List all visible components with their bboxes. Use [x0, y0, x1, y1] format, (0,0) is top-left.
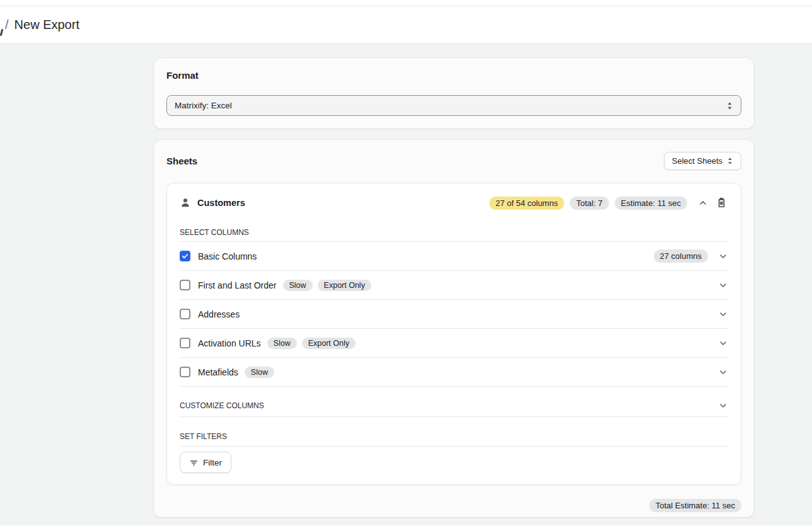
select-sheets-button[interactable]: Select Sheets: [664, 152, 741, 170]
column-group-row[interactable]: First and Last Order SlowExport Only: [180, 271, 728, 300]
chevron-down-icon[interactable]: [718, 251, 728, 261]
estimate-badge: Estimate: 11 sec: [615, 197, 687, 210]
chevron-down-icon: [718, 401, 728, 411]
checkbox[interactable]: [180, 280, 190, 290]
column-group-badges: SlowExport Only: [267, 338, 356, 349]
column-group-row[interactable]: Activation URLs SlowExport Only: [180, 329, 728, 358]
row-tag-badge: Export Only: [302, 338, 356, 349]
customize-columns-heading: CUSTOMIZE COLUMNS: [180, 401, 264, 410]
top-divider: [0, 0, 812, 6]
person-icon: [180, 197, 191, 209]
select-sheets-label: Select Sheets: [672, 156, 722, 166]
sheets-card-title: Sheets: [166, 156, 197, 166]
column-group-label: Basic Columns: [198, 251, 257, 261]
chevron-down-icon[interactable]: [718, 367, 728, 377]
column-group-label: Activation URLs: [198, 338, 261, 348]
checkbox[interactable]: [180, 338, 190, 348]
format-select[interactable]: Matrixify: Excel: [166, 95, 741, 116]
filter-button-label: Filter: [203, 458, 222, 467]
chevron-down-icon[interactable]: [718, 309, 728, 319]
row-tag-badge: Slow: [267, 338, 297, 349]
caret-updown-icon: [727, 157, 733, 165]
column-count-badge: 27 columns: [654, 249, 708, 263]
column-group-label: First and Last Order: [198, 280, 277, 290]
sheet-panel-customers: Customers 27 of 54 columns Total: 7 Esti…: [166, 183, 741, 485]
column-group-badges: SlowExport Only: [283, 280, 371, 291]
checkbox[interactable]: [180, 367, 190, 377]
row-tag-badge: Slow: [283, 280, 313, 291]
chevron-down-icon[interactable]: [718, 280, 728, 290]
page-background: Format Matrixify: Excel Sheets Select Sh…: [0, 44, 812, 525]
filter-icon: [189, 458, 199, 467]
checkbox[interactable]: [180, 251, 190, 261]
column-group-list: Basic Columns 27 columns First and Last …: [180, 242, 728, 387]
total-badge: Total: 7: [570, 197, 609, 210]
format-select-value: Matrixify: Excel: [175, 101, 232, 110]
checkmark-icon: [182, 253, 188, 260]
column-group-row[interactable]: Basic Columns 27 columns: [180, 242, 728, 271]
sheet-name: Customers: [197, 198, 245, 208]
chevron-up-icon: [698, 198, 708, 208]
row-tag-badge: Slow: [245, 367, 274, 378]
customize-columns-row[interactable]: CUSTOMIZE COLUMNS: [180, 401, 728, 417]
collapse-sheet-button[interactable]: [697, 197, 709, 209]
sheets-card: Sheets Select Sheets Customers: [154, 140, 754, 517]
breadcrumb-separator: /: [5, 18, 9, 32]
trash-icon: [716, 197, 727, 209]
filter-button[interactable]: Filter: [180, 452, 231, 473]
column-group-row[interactable]: Addresses: [180, 300, 728, 329]
total-estimate-badge: Total Estimate: 11 sec: [649, 499, 741, 512]
column-group-badges: Slow: [245, 367, 274, 378]
page-title: New Export: [14, 18, 79, 32]
column-group-row[interactable]: Metafields Slow: [180, 358, 728, 387]
checkbox[interactable]: [180, 309, 190, 319]
format-card-title: Format: [166, 70, 741, 81]
clipped-text-fragment: [0, 29, 3, 36]
column-group-label: Addresses: [198, 309, 240, 319]
format-card: Format Matrixify: Excel: [154, 58, 754, 129]
caret-updown-icon: [726, 101, 733, 110]
chevron-down-icon[interactable]: [718, 338, 728, 348]
delete-sheet-button[interactable]: [715, 196, 728, 210]
column-group-label: Metafields: [198, 367, 238, 377]
breadcrumb: / New Export: [0, 6, 812, 44]
row-tag-badge: Export Only: [318, 280, 371, 291]
select-columns-heading: SELECT COLUMNS: [180, 228, 728, 242]
set-filters-heading: SET FILTERS: [180, 432, 728, 447]
columns-count-badge: 27 of 54 columns: [489, 197, 564, 210]
